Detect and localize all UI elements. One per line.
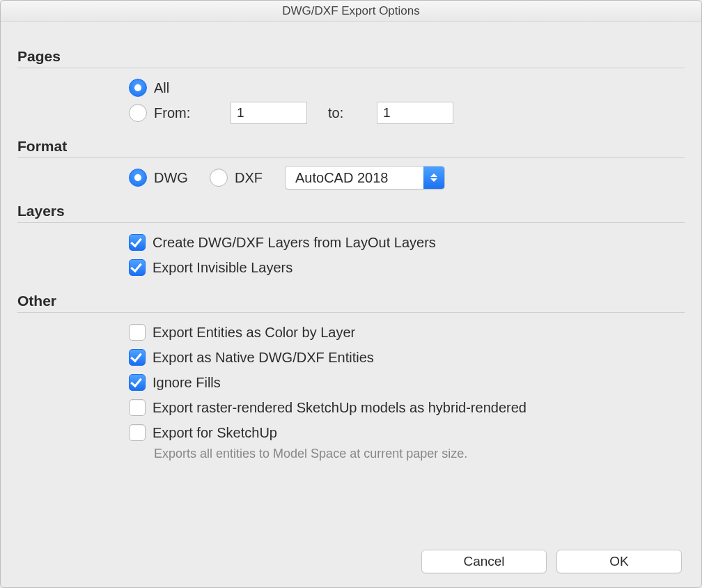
- checkbox-export-invisible[interactable]: [129, 259, 146, 276]
- divider: [17, 157, 685, 158]
- checkbox-color-by-layer[interactable]: [129, 324, 146, 341]
- radio-pages-all[interactable]: [129, 79, 147, 97]
- window-titlebar: DWG/DXF Export Options: [1, 1, 701, 22]
- checkbox-ignore-fills[interactable]: [129, 374, 146, 391]
- dialog-content: Pages All From: to: Format DWG DXF AutoC…: [1, 22, 701, 587]
- divider: [17, 222, 685, 223]
- other-exportforsketchup-row: Export for SketchUp: [129, 420, 685, 445]
- layers-create-row: Create DWG/DXF Layers from LayOut Layers: [129, 230, 685, 255]
- format-dxf-label: DXF: [235, 170, 270, 186]
- layers-invisible-row: Export Invisible Layers: [129, 255, 685, 280]
- checkbox-raster-hybrid[interactable]: [129, 399, 146, 416]
- pages-from-label: From:: [154, 105, 224, 121]
- pages-all-label: All: [154, 80, 169, 96]
- dialog-window: DWG/DXF Export Options Pages All From: t…: [0, 0, 702, 588]
- checkbox-create-layers[interactable]: [129, 234, 146, 251]
- pages-to-label: to:: [328, 105, 370, 121]
- divider: [17, 312, 685, 313]
- native-entities-label: Export as Native DWG/DXF Entities: [153, 350, 374, 366]
- pages-to-input[interactable]: [377, 102, 453, 124]
- pages-all-row: All: [129, 75, 685, 100]
- section-heading-pages: Pages: [17, 48, 685, 65]
- section-heading-other: Other: [17, 293, 685, 309]
- select-arrows-icon: [423, 166, 444, 189]
- button-bar: Cancel OK: [421, 550, 682, 573]
- format-dwg-label: DWG: [154, 170, 203, 186]
- cancel-button[interactable]: Cancel: [421, 550, 547, 573]
- other-native-row: Export as Native DWG/DXF Entities: [129, 345, 685, 370]
- divider: [17, 68, 685, 68]
- export-for-sketchup-label: Export for SketchUp: [153, 425, 277, 441]
- section-heading-format: Format: [17, 138, 685, 155]
- other-ignorefills-row: Ignore Fills: [129, 370, 685, 395]
- export-invisible-label: Export Invisible Layers: [153, 260, 292, 276]
- color-by-layer-label: Export Entities as Color by Layer: [153, 325, 355, 341]
- raster-hybrid-label: Export raster-rendered SketchUp models a…: [153, 400, 526, 416]
- format-version-select[interactable]: AutoCAD 2018: [285, 166, 445, 189]
- radio-format-dwg[interactable]: [129, 169, 147, 187]
- other-colorbylayer-row: Export Entities as Color by Layer: [129, 320, 685, 345]
- window-title: DWG/DXF Export Options: [282, 4, 419, 18]
- export-for-sketchup-note: Exports all entities to Model Space at c…: [154, 447, 685, 461]
- radio-pages-from[interactable]: [129, 104, 147, 122]
- other-rasterhybrid-row: Export raster-rendered SketchUp models a…: [129, 395, 685, 420]
- pages-from-row: From: to:: [129, 100, 685, 125]
- chevron-down-icon: [430, 178, 437, 182]
- checkbox-native-entities[interactable]: [129, 349, 146, 366]
- ok-button[interactable]: OK: [556, 550, 682, 573]
- section-heading-layers: Layers: [17, 203, 685, 219]
- radio-format-dxf[interactable]: [210, 169, 228, 187]
- checkbox-export-for-sketchup[interactable]: [129, 424, 146, 441]
- pages-from-input[interactable]: [231, 102, 307, 124]
- format-row: DWG DXF AutoCAD 2018: [129, 165, 685, 190]
- create-layers-label: Create DWG/DXF Layers from LayOut Layers: [153, 235, 436, 251]
- format-version-label: AutoCAD 2018: [286, 170, 423, 186]
- ignore-fills-label: Ignore Fills: [153, 375, 221, 391]
- chevron-up-icon: [430, 173, 437, 177]
